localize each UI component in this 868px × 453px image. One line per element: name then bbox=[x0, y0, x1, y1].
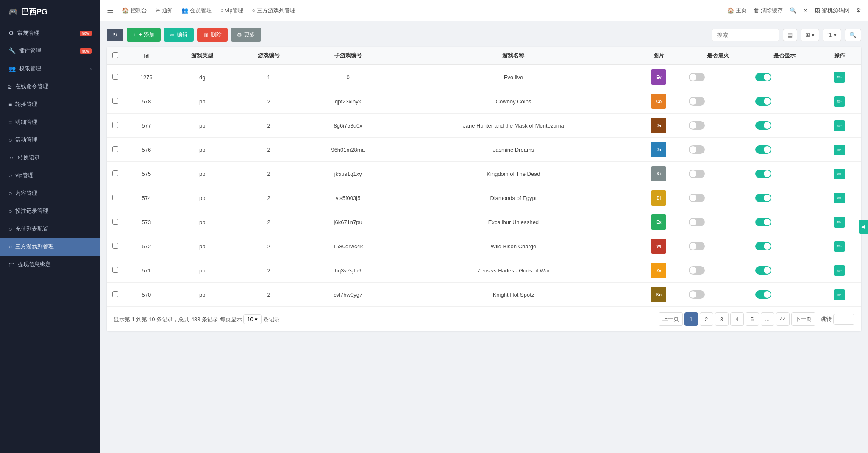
topnav-close[interactable]: ✕ bbox=[803, 7, 808, 14]
search-icon-topnav: 🔍 bbox=[790, 7, 796, 14]
cell-type: pp bbox=[169, 234, 236, 258]
list-view-button[interactable]: ▤ bbox=[783, 29, 797, 41]
select-all-checkbox[interactable] bbox=[112, 52, 118, 58]
row-checkbox[interactable] bbox=[112, 195, 118, 200]
page-1-button[interactable]: 1 bbox=[684, 312, 698, 326]
row-checkbox[interactable] bbox=[112, 170, 118, 176]
hot-toggle[interactable] bbox=[689, 121, 705, 130]
topnav-member[interactable]: 👥 会员管理 bbox=[181, 7, 212, 14]
topnav-third-game[interactable]: ○ 三方游戏列管理 bbox=[252, 7, 295, 14]
sidebar-item-vip[interactable]: ○ vip管理 bbox=[0, 167, 100, 184]
chevron-icon: ‹ bbox=[90, 66, 92, 71]
hot-toggle[interactable] bbox=[689, 194, 705, 202]
hot-toggle[interactable] bbox=[689, 266, 705, 275]
row-edit-button[interactable]: ✏ bbox=[834, 72, 845, 83]
hot-toggle[interactable] bbox=[689, 73, 705, 81]
cell-hot bbox=[684, 162, 751, 186]
cell-name: Cowboy Coins bbox=[394, 89, 633, 114]
show-toggle[interactable] bbox=[755, 145, 771, 154]
row-checkbox[interactable] bbox=[112, 98, 118, 104]
row-checkbox[interactable] bbox=[112, 243, 118, 249]
search-submit-button[interactable]: 🔍 bbox=[845, 29, 861, 41]
page-5-button[interactable]: 5 bbox=[746, 312, 759, 326]
row-edit-button[interactable]: ✏ bbox=[834, 169, 845, 179]
edit-button[interactable]: ✏ 编辑 bbox=[164, 28, 194, 42]
sidebar-item-details[interactable]: ≡ 明细管理 bbox=[0, 113, 100, 131]
sidebar-item-recharge[interactable]: ○ 充值列表配置 bbox=[0, 220, 100, 238]
topnav-home[interactable]: 🏠 主页 bbox=[727, 7, 747, 14]
row-edit-button[interactable]: ✏ bbox=[834, 96, 845, 107]
sidebar-item-carousel[interactable]: ≡ 轮播管理 bbox=[0, 95, 100, 113]
page-3-button[interactable]: 3 bbox=[715, 312, 729, 326]
topnav-vip[interactable]: ○ vip管理 bbox=[220, 7, 243, 14]
row-checkbox[interactable] bbox=[112, 291, 118, 297]
header-hot: 是否最火 bbox=[684, 47, 751, 65]
next-page-button[interactable]: 下一页 bbox=[791, 312, 815, 326]
row-edit-button[interactable]: ✏ bbox=[834, 241, 845, 252]
show-toggle[interactable] bbox=[755, 170, 771, 178]
show-toggle[interactable] bbox=[755, 266, 771, 275]
topnav-dashboard[interactable]: 🏠 控制台 bbox=[122, 7, 147, 14]
row-edit-button[interactable]: ✏ bbox=[834, 145, 845, 155]
page-4-button[interactable]: 4 bbox=[730, 312, 744, 326]
hot-toggle[interactable] bbox=[689, 170, 705, 178]
row-checkbox[interactable] bbox=[112, 122, 118, 128]
topnav-search[interactable]: 🔍 bbox=[790, 7, 796, 14]
show-toggle[interactable] bbox=[755, 194, 771, 202]
prev-page-button[interactable]: 上一页 bbox=[659, 312, 683, 326]
page-2-button[interactable]: 2 bbox=[700, 312, 713, 326]
sidebar-item-content[interactable]: ○ 内容管理 bbox=[0, 184, 100, 202]
page-jump-input[interactable] bbox=[833, 314, 854, 325]
sidebar-item-activities[interactable]: ○ 活动管理 bbox=[0, 131, 100, 149]
grid-view-button[interactable]: ⊞ ▾ bbox=[801, 29, 819, 41]
sidebar-item-plugins[interactable]: 🔧 插件管理 new bbox=[0, 42, 100, 60]
hot-toggle[interactable] bbox=[689, 242, 705, 250]
hot-toggle[interactable] bbox=[689, 145, 705, 154]
per-page-selector[interactable]: 10 ▾ bbox=[243, 314, 262, 324]
row-edit-button[interactable]: ✏ bbox=[834, 265, 845, 276]
show-toggle[interactable] bbox=[755, 97, 771, 106]
row-edit-button[interactable]: ✏ bbox=[834, 217, 845, 228]
topnav-clear-cache[interactable]: 🗑 清除缓存 bbox=[754, 7, 783, 14]
show-toggle[interactable] bbox=[755, 73, 771, 81]
row-checkbox[interactable] bbox=[112, 146, 118, 152]
sidebar-item-bets[interactable]: ○ 投注记录管理 bbox=[0, 202, 100, 220]
refresh-button[interactable]: ↻ bbox=[107, 29, 123, 41]
show-toggle[interactable] bbox=[755, 121, 771, 130]
search-input[interactable] bbox=[712, 29, 779, 41]
pagination-controls: 上一页 1 2 3 4 5 ... 44 下一页 跳转 bbox=[659, 312, 854, 326]
row-edit-button[interactable]: ✏ bbox=[834, 193, 845, 203]
cell-type: pp bbox=[169, 89, 236, 114]
menu-toggle-icon[interactable]: ☰ bbox=[107, 6, 114, 15]
row-checkbox[interactable] bbox=[112, 267, 118, 273]
add-button[interactable]: + + 添加 bbox=[127, 28, 161, 42]
sidebar-item-permissions[interactable]: 👥 权限管理 ‹ bbox=[0, 60, 100, 78]
cell-action: ✏ bbox=[818, 65, 861, 89]
show-toggle[interactable] bbox=[755, 242, 771, 250]
delete-button[interactable]: 🗑 删除 bbox=[197, 28, 228, 42]
row-edit-button[interactable]: ✏ bbox=[834, 120, 845, 131]
topnav-user[interactable]: 🖼 蜜桃源码网 bbox=[815, 7, 849, 14]
sidebar-item-third-party[interactable]: ○ 三方游戏列管理 bbox=[0, 238, 100, 256]
right-edge-tab[interactable]: ◀ bbox=[859, 220, 868, 234]
hot-toggle[interactable] bbox=[689, 218, 705, 226]
show-toggle[interactable] bbox=[755, 290, 771, 299]
row-checkbox-cell bbox=[107, 114, 124, 138]
page-44-button[interactable]: 44 bbox=[776, 312, 790, 326]
topnav-notify[interactable]: ✳ 通知 bbox=[156, 7, 173, 14]
show-toggle[interactable] bbox=[755, 218, 771, 226]
row-edit-button[interactable]: ✏ bbox=[834, 289, 845, 300]
sidebar-item-conversions[interactable]: ↔ 转换记录 bbox=[0, 149, 100, 167]
column-toggle-button[interactable]: ⇅ ▾ bbox=[823, 29, 841, 41]
sidebar-item-commands[interactable]: ≥ 在线命令管理 bbox=[0, 78, 100, 95]
sidebar-item-general[interactable]: ⚙ 常规管理 new bbox=[0, 24, 100, 42]
table-row: 571 pp 2 hq3v7sjtp6 Zeus vs Hades - Gods… bbox=[107, 258, 861, 283]
cell-hot bbox=[684, 283, 751, 307]
hot-toggle[interactable] bbox=[689, 97, 705, 106]
row-checkbox[interactable] bbox=[112, 74, 118, 80]
row-checkbox[interactable] bbox=[112, 219, 118, 225]
more-button[interactable]: ⚙ 更多 bbox=[231, 28, 261, 42]
topnav-settings[interactable]: ⚙ bbox=[856, 7, 861, 14]
hot-toggle[interactable] bbox=[689, 290, 705, 299]
sidebar-item-withdrawal[interactable]: 🗑 提现信息绑定 bbox=[0, 256, 100, 273]
